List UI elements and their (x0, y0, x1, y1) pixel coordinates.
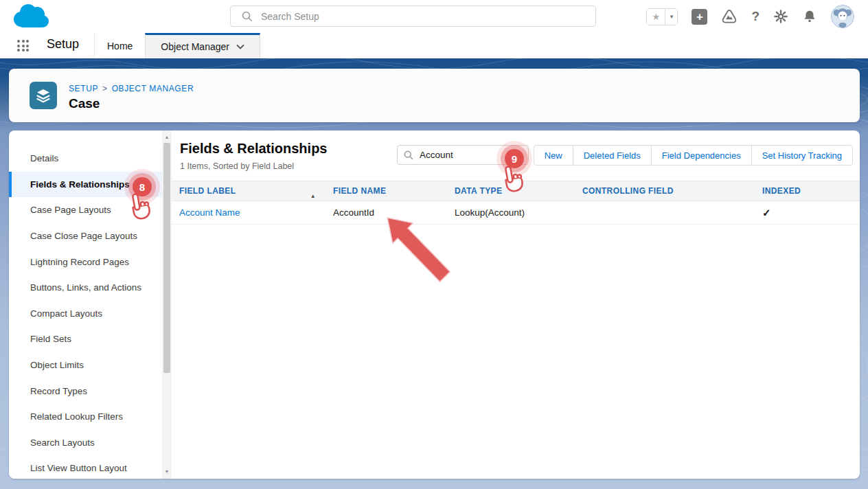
set-history-tracking-button[interactable]: Set History Tracking (751, 145, 853, 166)
quick-create-plus-icon[interactable]: + (692, 9, 707, 25)
app-launcher-icon[interactable] (17, 40, 30, 52)
breadcrumb-card: SETUP>OBJECT MANAGER Case (9, 69, 860, 122)
page-title: Case (69, 96, 100, 111)
sidebar-item-related-lookup-filters[interactable]: Related Lookup Filters (9, 404, 162, 430)
section-title: Fields & Relationships (180, 141, 327, 157)
scrollbar-thumb[interactable] (163, 143, 170, 373)
sidebar-item-field-sets[interactable]: Field Sets (9, 326, 162, 352)
sidebar-item-buttons-links-actions[interactable]: Buttons, Links, and Actions (9, 275, 162, 301)
app-name: Setup (47, 37, 79, 52)
sort-ascending-icon: ▲ (310, 193, 316, 199)
object-layers-icon (30, 82, 57, 109)
sidebar-item-record-types[interactable]: Record Types (9, 378, 162, 404)
column-header-field-label[interactable]: FIELD LABEL ▲ (172, 186, 326, 196)
column-header-field-name[interactable]: FIELD NAME (326, 186, 447, 196)
global-search-box (230, 5, 596, 27)
toolbar-button-group: New Deleted Fields Field Dependencies Se… (534, 145, 853, 166)
sidebar-scrollbar[interactable]: ▲ ▼ (162, 130, 172, 479)
breadcrumb-object-manager-link[interactable]: OBJECT MANAGER (112, 84, 194, 93)
annotation-arrow-icon (372, 205, 453, 289)
column-header-field-label-text: FIELD LABEL (179, 186, 236, 196)
favorites-button-group: ★ ▾ (646, 8, 678, 25)
favorites-star-icon[interactable]: ★ (647, 9, 665, 25)
sidebar-item-list-view-button-layout[interactable]: List View Button Layout (9, 455, 162, 479)
search-setup-input[interactable] (261, 6, 591, 26)
deleted-fields-button[interactable]: Deleted Fields (573, 145, 652, 166)
column-header-controlling-field[interactable]: CONTROLLING FIELD (575, 186, 755, 196)
tab-object-manager[interactable]: Object Manager (145, 33, 260, 58)
sidebar-item-object-limits[interactable]: Object Limits (9, 352, 162, 378)
setup-nav-bar: Setup Home Object Manager (0, 33, 868, 58)
sidebar-item-case-close-page-layouts[interactable]: Case Close Page Layouts (9, 223, 162, 249)
sidebar-item-search-layouts[interactable]: Search Layouts (9, 430, 162, 456)
sidebar-item-lightning-record-pages[interactable]: Lightning Record Pages (9, 249, 162, 275)
breadcrumb-separator: > (102, 84, 108, 93)
field-dependencies-button[interactable]: Field Dependencies (651, 145, 752, 166)
tab-object-manager-label: Object Manager (161, 41, 229, 52)
new-button[interactable]: New (534, 145, 573, 166)
sidebar-item-compact-layouts[interactable]: Compact Layouts (9, 301, 162, 327)
section-subtitle: 1 Items, Sorted by Field Label (180, 161, 294, 171)
field-label-link[interactable]: Account Name (172, 207, 326, 218)
scrollbar-down-icon[interactable]: ▼ (162, 466, 172, 476)
salesforce-logo (10, 3, 50, 33)
table-row: Account Name AccountId Lookup(Account) ✓ (172, 201, 860, 225)
breadcrumb-setup-link[interactable]: SETUP (69, 84, 98, 93)
user-avatar[interactable] (831, 5, 854, 28)
quick-find-search-icon (404, 150, 413, 163)
tab-home[interactable]: Home (94, 33, 145, 58)
scrollbar-up-icon[interactable]: ▲ (162, 132, 172, 141)
column-header-indexed[interactable]: INDEXED (755, 186, 860, 196)
sidebar-item-details[interactable]: Details (9, 146, 162, 172)
indexed-checkmark: ✓ (755, 207, 860, 219)
gear-icon[interactable] (773, 9, 788, 24)
trailhead-icon[interactable] (721, 8, 738, 25)
data-type-cell: Lookup(Account) (447, 207, 575, 218)
chevron-down-icon (236, 44, 244, 49)
search-icon (242, 11, 253, 25)
breadcrumb: SETUP>OBJECT MANAGER (69, 84, 194, 93)
favorites-caret-icon[interactable]: ▾ (665, 9, 677, 25)
bell-icon[interactable] (802, 9, 817, 24)
help-icon[interactable]: ? (751, 9, 760, 24)
global-header: ★ ▾ + ? (0, 0, 868, 33)
